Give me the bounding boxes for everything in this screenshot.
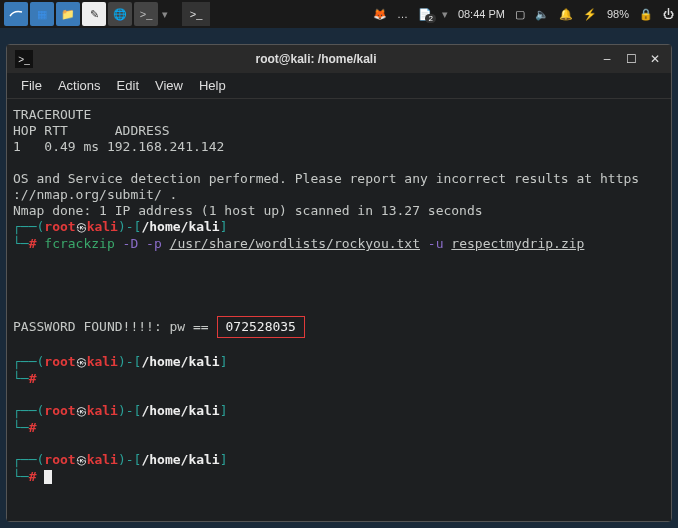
app-launcher-icon[interactable]: ▦ — [30, 2, 54, 26]
menu-file[interactable]: File — [21, 78, 42, 93]
window-controls: – ☐ ✕ — [599, 51, 663, 67]
maximize-button[interactable]: ☐ — [623, 51, 639, 67]
command-line: └─# fcrackzip -D -p /usr/share/wordlists… — [13, 236, 665, 252]
kali-logo-icon[interactable] — [4, 2, 28, 26]
taskbar-right: 🦊 … 📄2 ▾ 08:44 PM ▢ 🔈 🔔 ⚡ 98% 🔒 ⏻ — [373, 8, 674, 21]
lock-icon[interactable]: 🔒 — [639, 8, 653, 21]
output-line: HOP RTT ADDRESS — [13, 123, 665, 139]
terminal-window: >_ root@kali: /home/kali – ☐ ✕ File Acti… — [6, 44, 672, 522]
output-line: OS and Service detection performed. Plea… — [13, 171, 665, 187]
menu-view[interactable]: View — [155, 78, 183, 93]
prompt-hash-line: └─# — [13, 420, 665, 436]
close-button[interactable]: ✕ — [647, 51, 663, 67]
prompt-line: ┌──(root㉿kali)-[/home/kali] — [13, 354, 665, 371]
firefox-icon[interactable]: 🦊 — [373, 8, 387, 21]
password-found-line: PASSWORD FOUND!!!!: pw == 072528035 — [13, 316, 665, 338]
clock[interactable]: 08:44 PM — [458, 8, 505, 20]
terminal-cursor — [44, 470, 52, 484]
power-icon[interactable]: ⚡ — [583, 8, 597, 21]
menu-edit[interactable]: Edit — [117, 78, 139, 93]
found-password: 072528035 — [217, 316, 305, 338]
terminal-menubar: File Actions Edit View Help — [7, 73, 671, 99]
menu-actions[interactable]: Actions — [58, 78, 101, 93]
prompt-hash-line: └─# — [13, 371, 665, 387]
battery-percent: 98% — [607, 8, 629, 20]
notifications-icon[interactable]: 🔔 — [559, 8, 573, 21]
output-line: ://nmap.org/submit/ . — [13, 187, 665, 203]
display-icon[interactable]: ▢ — [515, 8, 525, 21]
logout-icon[interactable]: ⏻ — [663, 8, 674, 20]
window-titlebar[interactable]: >_ root@kali: /home/kali – ☐ ✕ — [7, 45, 671, 73]
output-line: TRACEROUTE — [13, 107, 665, 123]
launcher-chevron-icon[interactable]: ▾ — [162, 8, 168, 21]
prompt-line: ┌──(root㉿kali)-[/home/kali] — [13, 219, 665, 236]
minimize-button[interactable]: – — [599, 51, 615, 67]
prompt-hash-line: └─# — [13, 469, 665, 485]
output-line: Nmap done: 1 IP address (1 host up) scan… — [13, 203, 665, 219]
file-manager-icon[interactable]: 📁 — [56, 2, 80, 26]
terminal-body[interactable]: TRACEROUTE HOP RTT ADDRESS 1 0.49 ms 192… — [7, 99, 671, 521]
output-line: 1 0.49 ms 192.168.241.142 — [13, 139, 665, 155]
workspace-switcher-icon[interactable]: 📄2 — [418, 8, 432, 21]
taskbar-app-terminal[interactable]: >_ — [182, 2, 210, 26]
terminal-titlebar-icon: >_ — [15, 50, 33, 68]
taskbar-left: ▦ 📁 ✎ 🌐 >_ ▾ >_ — [4, 2, 210, 26]
terminal-launcher-icon[interactable]: >_ — [134, 2, 158, 26]
browser-icon[interactable]: 🌐 — [108, 2, 132, 26]
window-title: root@kali: /home/kali — [33, 52, 599, 66]
volume-icon[interactable]: 🔈 — [535, 8, 549, 21]
tray-chevron-icon[interactable]: ▾ — [442, 8, 448, 21]
text-editor-icon[interactable]: ✎ — [82, 2, 106, 26]
prompt-line: ┌──(root㉿kali)-[/home/kali] — [13, 452, 665, 469]
overflow-icon[interactable]: … — [397, 8, 408, 20]
prompt-line: ┌──(root㉿kali)-[/home/kali] — [13, 403, 665, 420]
system-taskbar: ▦ 📁 ✎ 🌐 >_ ▾ >_ 🦊 … 📄2 ▾ 08:44 PM ▢ 🔈 🔔 … — [0, 0, 678, 28]
menu-help[interactable]: Help — [199, 78, 226, 93]
